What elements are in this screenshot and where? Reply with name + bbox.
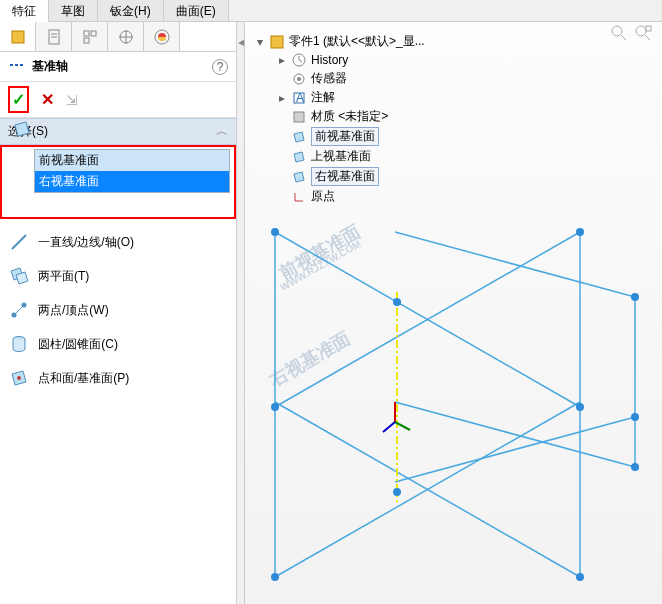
svg-line-38 bbox=[395, 402, 635, 467]
svg-rect-4 bbox=[84, 31, 89, 36]
appearance-tab-icon[interactable] bbox=[144, 22, 180, 51]
svg-point-43 bbox=[576, 228, 584, 236]
ok-button[interactable]: ✓ bbox=[12, 90, 25, 109]
svg-point-17 bbox=[17, 376, 21, 380]
opt-point-face[interactable]: 点和面/基准面(P) bbox=[4, 361, 232, 395]
svg-rect-6 bbox=[84, 38, 89, 43]
tab-sketch[interactable]: 草图 bbox=[49, 0, 98, 21]
svg-point-51 bbox=[393, 298, 401, 306]
config-tab-icon[interactable] bbox=[72, 22, 108, 51]
two-planes-icon bbox=[8, 265, 30, 287]
svg-rect-5 bbox=[91, 31, 96, 36]
svg-point-42 bbox=[271, 228, 279, 236]
cancel-button[interactable]: ✕ bbox=[41, 90, 54, 109]
property-tab-icon[interactable] bbox=[36, 22, 72, 51]
svg-point-49 bbox=[631, 413, 639, 421]
opt-label: 一直线/边线/轴(O) bbox=[38, 234, 134, 251]
selection-list[interactable]: 前视基准面 右视基准面 bbox=[34, 149, 230, 193]
highlight-box-ok: ✓ bbox=[8, 86, 29, 113]
splitter[interactable]: ◀ bbox=[237, 22, 245, 604]
svg-point-46 bbox=[271, 573, 279, 581]
opt-two-planes[interactable]: 两平面(T) bbox=[4, 259, 232, 293]
line-icon bbox=[8, 231, 30, 253]
opt-label: 圆柱/圆锥面(C) bbox=[38, 336, 118, 353]
opt-two-points[interactable]: 两点/顶点(W) bbox=[4, 293, 232, 327]
panel-tab-icons bbox=[0, 22, 236, 52]
opt-line-edge[interactable]: 一直线/边线/轴(O) bbox=[4, 225, 232, 259]
svg-rect-0 bbox=[12, 31, 24, 43]
collapse-icon: ◀ bbox=[238, 38, 244, 47]
selection-section-header[interactable]: 选择(S) ︿ bbox=[0, 118, 236, 145]
tab-feature[interactable]: 特征 bbox=[0, 0, 49, 22]
cylinder-icon bbox=[8, 333, 30, 355]
graphics-viewport[interactable]: ▾ 零件1 (默认<<默认>_显... ▸ History 传感器 ▸ A bbox=[245, 22, 662, 604]
model-geometry bbox=[245, 22, 662, 604]
two-points-icon bbox=[8, 299, 30, 321]
svg-line-12 bbox=[12, 235, 26, 249]
tab-sheetmetal[interactable]: 钣金(H) bbox=[98, 0, 164, 21]
command-tabs: 特征 草图 钣金(H) 曲面(E) bbox=[0, 0, 662, 22]
feature-tree-tab-icon[interactable] bbox=[0, 22, 36, 51]
axis-icon bbox=[8, 58, 26, 75]
svg-point-48 bbox=[631, 293, 639, 301]
action-row: ✓ ✕ ⇲ bbox=[0, 82, 236, 118]
property-manager: 基准轴 ? ✓ ✕ ⇲ 选择(S) ︿ 前视基准面 右视基准面 bbox=[0, 22, 237, 604]
svg-line-37 bbox=[395, 417, 635, 482]
svg-line-15 bbox=[14, 305, 24, 315]
svg-line-55 bbox=[383, 422, 395, 432]
svg-point-45 bbox=[576, 403, 584, 411]
selection-item-2[interactable]: 右视基准面 bbox=[35, 171, 229, 192]
highlight-box-selection: 前视基准面 右视基准面 bbox=[0, 145, 236, 219]
svg-line-36 bbox=[395, 232, 635, 297]
chevron-up-icon: ︿ bbox=[216, 123, 228, 140]
svg-point-47 bbox=[576, 573, 584, 581]
opt-label: 点和面/基准面(P) bbox=[38, 370, 129, 387]
svg-point-52 bbox=[393, 488, 401, 496]
tab-surface[interactable]: 曲面(E) bbox=[164, 0, 229, 21]
svg-point-44 bbox=[271, 403, 279, 411]
opt-label: 两点/顶点(W) bbox=[38, 302, 109, 319]
help-icon[interactable]: ? bbox=[212, 59, 228, 75]
opt-cylinder[interactable]: 圆柱/圆锥面(C) bbox=[4, 327, 232, 361]
opt-label: 两平面(T) bbox=[38, 268, 89, 285]
svg-point-50 bbox=[631, 463, 639, 471]
axis-options: 一直线/边线/轴(O) 两平面(T) 两点/顶点(W) 圆柱/圆锥面(C) 点和… bbox=[0, 219, 236, 401]
point-face-icon bbox=[8, 367, 30, 389]
feature-header: 基准轴 ? bbox=[0, 52, 236, 82]
dimxpert-tab-icon[interactable] bbox=[108, 22, 144, 51]
plane-icon bbox=[12, 119, 32, 142]
selection-item-1[interactable]: 前视基准面 bbox=[35, 150, 229, 171]
feature-title: 基准轴 bbox=[32, 58, 212, 75]
pin-icon[interactable]: ⇲ bbox=[66, 92, 78, 108]
